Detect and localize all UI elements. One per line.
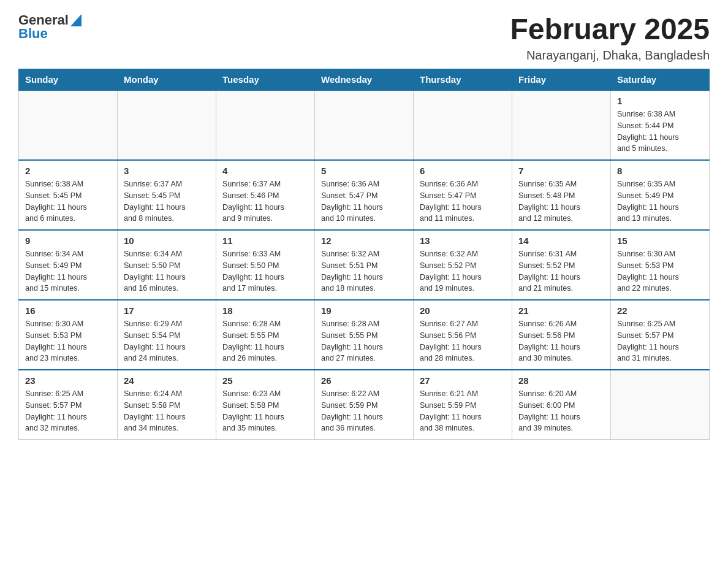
calendar-header-wednesday: Wednesday (315, 69, 414, 91)
calendar-day-cell: 4Sunrise: 6:37 AM Sunset: 5:46 PM Daylig… (216, 160, 315, 230)
day-number: 26 (321, 375, 407, 386)
calendar-day-cell: 25Sunrise: 6:23 AM Sunset: 5:58 PM Dayli… (216, 370, 315, 440)
day-number: 28 (518, 375, 604, 386)
day-number: 3 (124, 166, 210, 176)
calendar-day-cell: 10Sunrise: 6:34 AM Sunset: 5:50 PM Dayli… (118, 230, 216, 300)
day-info: Sunrise: 6:24 AM Sunset: 5:58 PM Dayligh… (124, 388, 210, 434)
calendar-header-friday: Friday (512, 69, 611, 91)
month-title: February 2025 (510, 12, 710, 46)
day-number: 27 (420, 375, 506, 386)
calendar-header-thursday: Thursday (414, 69, 512, 91)
day-info: Sunrise: 6:23 AM Sunset: 5:58 PM Dayligh… (222, 388, 308, 434)
calendar-week-row: 9Sunrise: 6:34 AM Sunset: 5:49 PM Daylig… (19, 230, 710, 300)
title-area: February 2025 Narayanganj, Dhaka, Bangla… (510, 12, 710, 63)
day-number: 9 (25, 236, 111, 246)
logo: General Blue (18, 12, 82, 42)
day-number: 10 (124, 236, 210, 246)
day-info: Sunrise: 6:38 AM Sunset: 5:44 PM Dayligh… (617, 109, 703, 155)
logo-triangle-icon (70, 14, 82, 26)
day-info: Sunrise: 6:25 AM Sunset: 5:57 PM Dayligh… (25, 388, 111, 434)
day-info: Sunrise: 6:20 AM Sunset: 6:00 PM Dayligh… (518, 388, 604, 434)
calendar-day-cell (216, 90, 315, 160)
calendar-day-cell: 14Sunrise: 6:31 AM Sunset: 5:52 PM Dayli… (512, 230, 611, 300)
calendar-day-cell: 5Sunrise: 6:36 AM Sunset: 5:47 PM Daylig… (315, 160, 414, 230)
logo-blue-text: Blue (18, 26, 48, 42)
calendar-week-row: 2Sunrise: 6:38 AM Sunset: 5:45 PM Daylig… (19, 160, 710, 230)
calendar-day-cell: 27Sunrise: 6:21 AM Sunset: 5:59 PM Dayli… (414, 370, 512, 440)
day-info: Sunrise: 6:35 AM Sunset: 5:48 PM Dayligh… (518, 178, 604, 224)
calendar-day-cell (19, 90, 118, 160)
svg-marker-0 (70, 14, 82, 26)
day-info: Sunrise: 6:37 AM Sunset: 5:46 PM Dayligh… (222, 178, 308, 224)
calendar-day-cell: 9Sunrise: 6:34 AM Sunset: 5:49 PM Daylig… (19, 230, 118, 300)
day-number: 20 (420, 305, 506, 316)
day-number: 21 (518, 305, 604, 316)
calendar-day-cell: 2Sunrise: 6:38 AM Sunset: 5:45 PM Daylig… (19, 160, 118, 230)
day-number: 5 (321, 166, 407, 176)
calendar-day-cell: 26Sunrise: 6:22 AM Sunset: 5:59 PM Dayli… (315, 370, 414, 440)
day-info: Sunrise: 6:26 AM Sunset: 5:56 PM Dayligh… (518, 318, 604, 364)
day-info: Sunrise: 6:32 AM Sunset: 5:52 PM Dayligh… (420, 248, 506, 294)
calendar-week-row: 16Sunrise: 6:30 AM Sunset: 5:53 PM Dayli… (19, 300, 710, 370)
calendar-header-sunday: Sunday (19, 69, 118, 91)
calendar-header-saturday: Saturday (611, 69, 710, 91)
day-number: 17 (124, 305, 210, 316)
day-number: 24 (124, 375, 210, 386)
calendar-header-monday: Monday (118, 69, 216, 91)
calendar-week-row: 23Sunrise: 6:25 AM Sunset: 5:57 PM Dayli… (19, 370, 710, 440)
day-info: Sunrise: 6:33 AM Sunset: 5:50 PM Dayligh… (222, 248, 308, 294)
day-number: 11 (222, 236, 308, 246)
day-number: 18 (222, 305, 308, 316)
calendar-day-cell: 28Sunrise: 6:20 AM Sunset: 6:00 PM Dayli… (512, 370, 611, 440)
location-text: Narayanganj, Dhaka, Bangladesh (510, 48, 710, 63)
calendar-day-cell: 13Sunrise: 6:32 AM Sunset: 5:52 PM Dayli… (414, 230, 512, 300)
day-number: 8 (617, 166, 703, 176)
day-info: Sunrise: 6:34 AM Sunset: 5:49 PM Dayligh… (25, 248, 111, 294)
day-number: 19 (321, 305, 407, 316)
day-info: Sunrise: 6:38 AM Sunset: 5:45 PM Dayligh… (25, 178, 111, 224)
calendar-day-cell (611, 370, 710, 440)
day-number: 1 (617, 96, 703, 106)
calendar-day-cell: 7Sunrise: 6:35 AM Sunset: 5:48 PM Daylig… (512, 160, 611, 230)
day-info: Sunrise: 6:27 AM Sunset: 5:56 PM Dayligh… (420, 318, 506, 364)
day-info: Sunrise: 6:35 AM Sunset: 5:49 PM Dayligh… (617, 178, 703, 224)
calendar-day-cell: 3Sunrise: 6:37 AM Sunset: 5:45 PM Daylig… (118, 160, 216, 230)
calendar-day-cell (414, 90, 512, 160)
calendar-day-cell (118, 90, 216, 160)
calendar-day-cell: 17Sunrise: 6:29 AM Sunset: 5:54 PM Dayli… (118, 300, 216, 370)
calendar-day-cell (315, 90, 414, 160)
calendar-day-cell: 1Sunrise: 6:38 AM Sunset: 5:44 PM Daylig… (611, 90, 710, 160)
calendar-day-cell: 23Sunrise: 6:25 AM Sunset: 5:57 PM Dayli… (19, 370, 118, 440)
day-number: 4 (222, 166, 308, 176)
calendar-day-cell: 18Sunrise: 6:28 AM Sunset: 5:55 PM Dayli… (216, 300, 315, 370)
day-number: 13 (420, 236, 506, 246)
calendar-table: SundayMondayTuesdayWednesdayThursdayFrid… (18, 69, 710, 440)
day-info: Sunrise: 6:30 AM Sunset: 5:53 PM Dayligh… (617, 248, 703, 294)
calendar-day-cell: 16Sunrise: 6:30 AM Sunset: 5:53 PM Dayli… (19, 300, 118, 370)
calendar-header-row: SundayMondayTuesdayWednesdayThursdayFrid… (19, 69, 710, 91)
calendar-day-cell (512, 90, 611, 160)
day-number: 6 (420, 166, 506, 176)
day-number: 14 (518, 236, 604, 246)
calendar-day-cell: 6Sunrise: 6:36 AM Sunset: 5:47 PM Daylig… (414, 160, 512, 230)
day-info: Sunrise: 6:30 AM Sunset: 5:53 PM Dayligh… (25, 318, 111, 364)
day-number: 15 (617, 236, 703, 246)
day-info: Sunrise: 6:37 AM Sunset: 5:45 PM Dayligh… (124, 178, 210, 224)
day-info: Sunrise: 6:36 AM Sunset: 5:47 PM Dayligh… (321, 178, 407, 224)
day-info: Sunrise: 6:22 AM Sunset: 5:59 PM Dayligh… (321, 388, 407, 434)
calendar-week-row: 1Sunrise: 6:38 AM Sunset: 5:44 PM Daylig… (19, 90, 710, 160)
day-number: 2 (25, 166, 111, 176)
day-info: Sunrise: 6:32 AM Sunset: 5:51 PM Dayligh… (321, 248, 407, 294)
day-number: 23 (25, 375, 111, 386)
day-info: Sunrise: 6:36 AM Sunset: 5:47 PM Dayligh… (420, 178, 506, 224)
calendar-day-cell: 8Sunrise: 6:35 AM Sunset: 5:49 PM Daylig… (611, 160, 710, 230)
calendar-header-tuesday: Tuesday (216, 69, 315, 91)
day-info: Sunrise: 6:28 AM Sunset: 5:55 PM Dayligh… (222, 318, 308, 364)
day-info: Sunrise: 6:31 AM Sunset: 5:52 PM Dayligh… (518, 248, 604, 294)
calendar-day-cell: 22Sunrise: 6:25 AM Sunset: 5:57 PM Dayli… (611, 300, 710, 370)
calendar-day-cell: 12Sunrise: 6:32 AM Sunset: 5:51 PM Dayli… (315, 230, 414, 300)
day-info: Sunrise: 6:25 AM Sunset: 5:57 PM Dayligh… (617, 318, 703, 364)
calendar-day-cell: 20Sunrise: 6:27 AM Sunset: 5:56 PM Dayli… (414, 300, 512, 370)
calendar-day-cell: 21Sunrise: 6:26 AM Sunset: 5:56 PM Dayli… (512, 300, 611, 370)
header: General Blue February 2025 Narayanganj, … (18, 12, 710, 63)
